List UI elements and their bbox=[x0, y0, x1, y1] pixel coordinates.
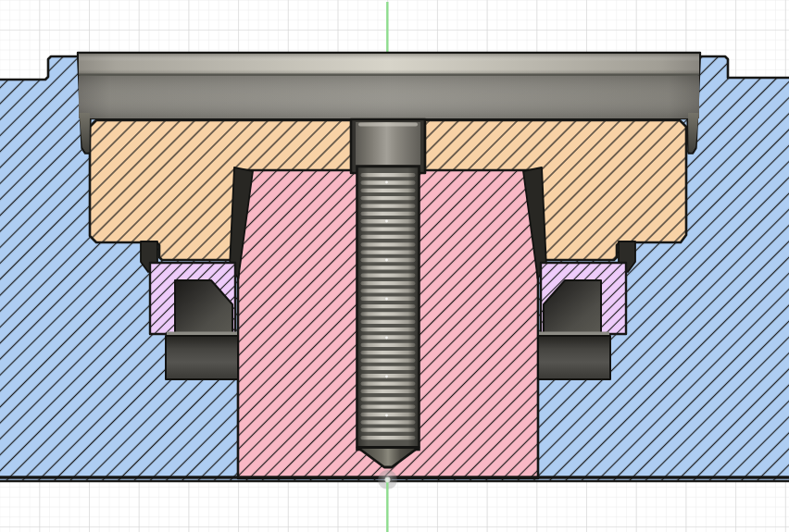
cad-section-viewport bbox=[0, 0, 789, 532]
thread-highlight bbox=[385, 181, 388, 184]
thread-side-shade bbox=[357, 167, 420, 450]
retainer-block-lower-right[interactable] bbox=[538, 336, 610, 379]
cap-plate-band-separator bbox=[79, 74, 699, 77]
thread-highlight bbox=[385, 220, 388, 223]
screw-head[interactable] bbox=[356, 122, 420, 165]
thread-highlight bbox=[385, 259, 388, 262]
thread-highlight bbox=[385, 414, 388, 417]
retainer-block-lower-left[interactable] bbox=[166, 336, 238, 379]
thread-highlight bbox=[385, 376, 388, 378]
screw-head-top-highlight bbox=[358, 123, 418, 127]
origin-center-dot[interactable] bbox=[385, 477, 391, 483]
thread-highlight bbox=[385, 337, 388, 340]
cap-plate-main-band-shade bbox=[79, 76, 699, 118]
cap-plate-top-band-shade bbox=[79, 54, 699, 75]
socket-screw[interactable] bbox=[351, 119, 425, 467]
thread-highlight bbox=[385, 298, 388, 301]
